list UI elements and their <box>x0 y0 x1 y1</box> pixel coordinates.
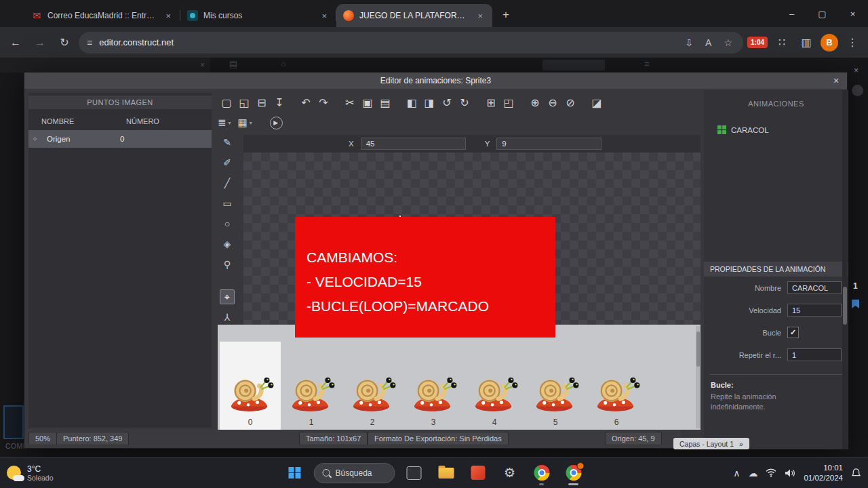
repetir-input[interactable]: 1 <box>787 348 842 361</box>
image-point-row-origen[interactable]: ✧ Origen 0 <box>28 130 212 148</box>
volume-icon[interactable] <box>785 468 795 478</box>
rectangle-tool-icon[interactable]: ▭ <box>220 196 235 211</box>
mirror-icon[interactable]: ◧ <box>403 94 420 110</box>
install-app-icon[interactable]: ⇩ <box>682 37 696 48</box>
brush-tool-icon[interactable]: ✐ <box>220 155 235 170</box>
properties-scrollbar-thumb[interactable] <box>843 287 847 325</box>
fill-tool-icon[interactable]: ◈ <box>220 237 235 251</box>
file-explorer-icon[interactable] <box>433 460 459 487</box>
redo-icon[interactable]: ↷ <box>315 94 332 110</box>
chrome-profile-icon[interactable] <box>561 460 587 487</box>
frame-3[interactable]: 3 <box>403 342 464 430</box>
timer-extension-badge[interactable]: 1:04 <box>747 37 768 48</box>
origin-tool-icon[interactable]: ⌖ <box>220 289 235 304</box>
dialog-close-icon[interactable]: × <box>829 74 843 87</box>
nombre-input[interactable]: CARACOL <box>787 281 842 294</box>
tab-construct-active[interactable]: JUEGO DE LA PLATAFORMA - C × <box>336 4 492 27</box>
new-image-icon[interactable]: ▢ <box>218 94 235 110</box>
orange-app-icon[interactable] <box>465 460 491 487</box>
zoom-reset-icon[interactable]: ⊘ <box>561 94 579 110</box>
paste-icon[interactable]: ▤ <box>376 94 394 110</box>
x-input[interactable]: 45 <box>361 138 466 150</box>
play-animation-button[interactable]: ▶ <box>270 117 283 129</box>
weather-widget[interactable]: 3°C Soleado <box>7 458 54 488</box>
frames-scrollbar-thumb[interactable] <box>696 331 700 367</box>
forward-button[interactable]: → <box>30 33 50 53</box>
frame-2[interactable]: 2 <box>342 342 403 430</box>
pencil-tool-icon[interactable]: ✎ <box>220 135 235 150</box>
layers-menu-button[interactable]: ≣▾ <box>218 117 231 129</box>
y-input[interactable]: 9 <box>496 138 601 150</box>
reload-button[interactable]: ↻ <box>54 33 75 53</box>
background-toggle-icon[interactable]: ◪ <box>588 94 606 110</box>
frame-4[interactable]: 4 <box>464 342 525 430</box>
window-app-icon[interactable] <box>401 460 427 487</box>
zoom-out-icon[interactable]: ⊖ <box>544 94 561 110</box>
window-minimize-button[interactable]: – <box>776 0 807 27</box>
line-tool-icon[interactable]: ╱ <box>220 176 235 190</box>
tab-close-icon[interactable]: × <box>475 10 486 22</box>
start-button[interactable] <box>282 460 308 487</box>
bookmark-marker-icon[interactable] <box>850 299 861 312</box>
tray-chevron-icon[interactable]: ∧ <box>733 468 740 479</box>
open-icon[interactable]: ◱ <box>235 94 253 110</box>
grid-menu-button[interactable]: ▦▾ <box>238 117 252 129</box>
rotate-cw-icon[interactable]: ↻ <box>456 94 473 110</box>
address-bar[interactable]: ≡ editor.construct.net ⇩ A ☆ <box>79 32 743 54</box>
extensions-icon[interactable]: ∷ <box>772 33 792 53</box>
chrome-icon[interactable] <box>529 460 555 487</box>
properties-scrollbar[interactable] <box>842 90 848 449</box>
onedrive-cloud-icon[interactable]: ☁ <box>748 468 757 479</box>
back-button[interactable]: ← <box>5 33 26 53</box>
wifi-icon[interactable] <box>766 468 776 477</box>
window-close-button[interactable]: × <box>837 0 868 27</box>
settings-icon[interactable]: ⚙ <box>497 460 523 487</box>
tab-close-icon[interactable]: × <box>163 10 174 22</box>
layers-layout-tab[interactable]: Capas - Layout 1 » <box>673 438 749 449</box>
save-icon[interactable]: ⊟ <box>253 94 271 110</box>
copy-icon[interactable]: ▣ <box>359 94 376 110</box>
export-icon[interactable]: ↧ <box>271 94 288 110</box>
velocidad-input[interactable]: 15 <box>787 304 842 317</box>
tab-mis-cursos[interactable]: Mis cursos × <box>180 4 336 27</box>
url-text[interactable]: editor.construct.net <box>99 37 174 47</box>
frames-scrollbar[interactable] <box>696 326 701 428</box>
snail-sprite <box>591 375 642 412</box>
frame-6[interactable]: 6 <box>586 342 647 430</box>
cut-icon[interactable]: ✂ <box>341 94 359 110</box>
clock-widget[interactable]: 10:01 01/02/2024 <box>804 463 843 483</box>
eyedropper-tool-icon[interactable]: ⚲ <box>220 257 235 272</box>
ellipse-tool-icon[interactable]: ○ <box>220 216 235 231</box>
notification-bell-icon[interactable] <box>851 468 861 478</box>
undo-icon[interactable]: ↶ <box>297 94 315 110</box>
side-panel-icon[interactable]: ▥ <box>796 33 816 53</box>
browser-menu-icon[interactable]: ⋮ <box>842 33 863 53</box>
resize-icon[interactable]: ◰ <box>500 94 517 110</box>
taskbar-search[interactable]: Búsqueda <box>314 463 395 483</box>
edge-circle-button[interactable] <box>852 85 863 96</box>
tab-close-icon[interactable]: × <box>319 10 330 22</box>
column-numero[interactable]: NÚMERO <box>126 117 159 125</box>
tab-correo-educamadrid[interactable]: ✉ Correo EducaMadrid :: Entrada × <box>24 4 180 27</box>
zoom-in-icon[interactable]: ⊕ <box>526 94 544 110</box>
construct-favicon-icon <box>343 10 354 21</box>
translate-icon[interactable]: A <box>703 37 714 48</box>
frame-5[interactable]: 5 <box>525 342 586 430</box>
chevron-right-icon[interactable]: » <box>739 440 743 448</box>
column-nombre[interactable]: NOMBRE <box>41 117 126 125</box>
frame-0[interactable]: 0 <box>220 342 281 430</box>
frame-1[interactable]: 1 <box>281 342 342 430</box>
loop-checkbox[interactable]: ✓ <box>787 327 799 338</box>
orange-app-glyph <box>471 466 485 480</box>
window-maximize-button[interactable]: ▢ <box>807 0 837 27</box>
site-settings-icon[interactable]: ≡ <box>87 37 92 48</box>
profile-avatar[interactable]: B <box>821 34 838 52</box>
bookmark-star-icon[interactable]: ☆ <box>721 37 735 48</box>
crop-icon[interactable]: ⊞ <box>482 94 500 110</box>
frames-strip: 0 <box>218 325 701 430</box>
new-tab-button[interactable]: + <box>496 5 515 24</box>
mirror-tool-icon[interactable]: ⅄ <box>220 310 235 325</box>
flip-icon[interactable]: ◨ <box>420 94 438 110</box>
animation-item-caracol[interactable]: CARACOL <box>704 125 848 134</box>
rotate-ccw-icon[interactable]: ↺ <box>438 94 456 110</box>
